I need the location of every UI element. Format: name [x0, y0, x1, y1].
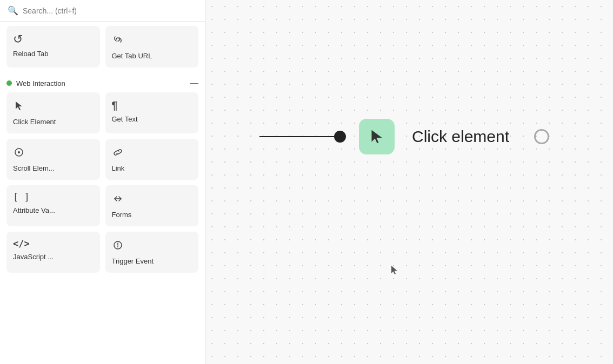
trigger-event-icon [112, 239, 124, 253]
search-input[interactable] [23, 6, 197, 15]
get-text-icon: ¶ [112, 100, 118, 111]
node-card-get-tab-url[interactable]: Get Tab URL [105, 26, 199, 68]
connector-dot [334, 131, 346, 143]
web-interaction-title: Web Interaction [16, 79, 65, 87]
scroll-element-label: Scroll Elem... [13, 164, 55, 172]
javascript-label: JavaScript ... [13, 253, 54, 261]
node-card-forms[interactable]: Forms [105, 185, 199, 226]
click-element-icon [13, 100, 25, 113]
connector-line-group [259, 131, 346, 143]
svg-point-3 [117, 246, 118, 247]
node-card-trigger-event[interactable]: Trigger Event [105, 232, 199, 273]
web-interaction-section-header: Web Interaction — [6, 73, 198, 92]
node-card-get-text[interactable]: ¶ Get Text [105, 92, 199, 133]
connector-line [259, 136, 335, 137]
scroll-element-icon [13, 146, 25, 160]
get-text-label: Get Text [112, 115, 138, 123]
node-card-link[interactable]: Link [105, 139, 199, 180]
node-card-scroll-element[interactable]: Scroll Elem... [6, 139, 100, 180]
top-items-row: ↺ Reload Tab Get Tab URL [6, 26, 198, 68]
sidebar: 🔍 ↺ Reload Tab Get Tab URL [0, 0, 205, 364]
node-card-attribute-value[interactable]: [ ] Attribute Va... [6, 185, 100, 226]
canvas-cursor-icon [389, 265, 400, 278]
web-interaction-dot [6, 80, 12, 86]
web-interaction-grid: Click Element ¶ Get Text Scroll Elem... [6, 92, 198, 273]
link-label: Link [112, 164, 125, 172]
forms-icon [112, 193, 124, 206]
node-card-reload-tab[interactable]: ↺ Reload Tab [6, 26, 100, 68]
node-card-click-element[interactable]: Click Element [6, 92, 100, 133]
reload-tab-icon: ↺ [13, 33, 23, 45]
trigger-event-label: Trigger Event [112, 257, 154, 265]
attribute-value-icon: [ ] [13, 193, 30, 202]
get-tab-url-icon [112, 33, 124, 48]
canvas-node-group: Click element [259, 119, 549, 154]
section-header-left: Web Interaction [6, 79, 65, 87]
sidebar-content: ↺ Reload Tab Get Tab URL Web Interaction [0, 22, 205, 364]
canvas-click-element-icon [369, 129, 385, 145]
forms-label: Forms [112, 211, 132, 219]
canvas-node-output-port[interactable] [534, 129, 549, 144]
link-icon [112, 146, 124, 160]
svg-point-1 [18, 151, 20, 153]
get-tab-url-label: Get Tab URL [112, 52, 152, 60]
canvas-node-box[interactable] [359, 119, 395, 154]
section-collapse-button[interactable]: — [190, 78, 198, 88]
node-card-javascript[interactable]: </> JavaScript ... [6, 232, 100, 273]
canvas-node-label: Click element [412, 127, 509, 146]
search-bar: 🔍 [0, 0, 205, 22]
javascript-icon: </> [13, 239, 30, 248]
click-element-label: Click Element [13, 118, 56, 126]
canvas-area[interactable]: Click element [205, 0, 613, 364]
search-icon: 🔍 [8, 5, 18, 16]
attribute-value-label: Attribute Va... [13, 206, 55, 214]
reload-tab-label: Reload Tab [13, 50, 49, 58]
